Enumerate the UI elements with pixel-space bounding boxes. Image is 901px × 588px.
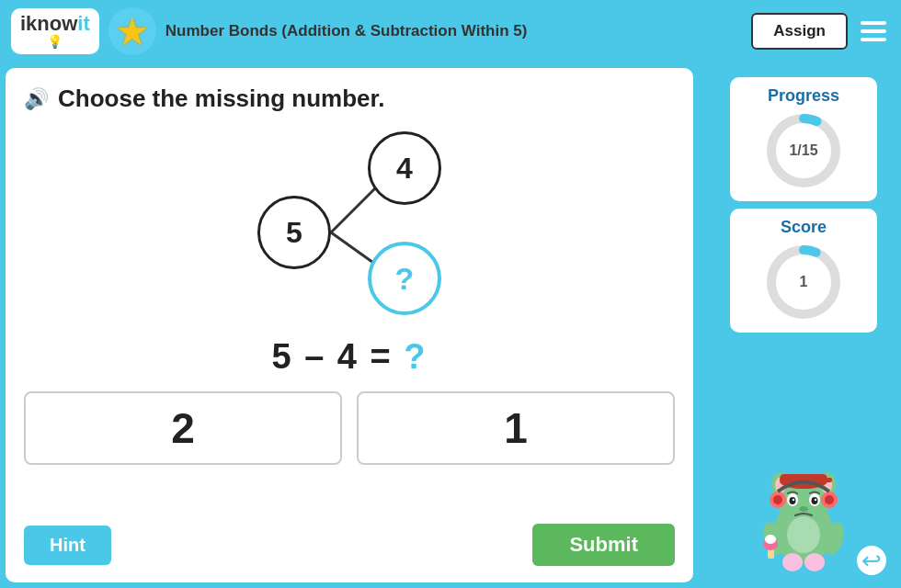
svg-point-29 xyxy=(804,553,825,571)
svg-rect-21 xyxy=(819,478,832,482)
svg-point-25 xyxy=(825,495,834,504)
hamburger-line-1 xyxy=(861,21,886,25)
mascot xyxy=(753,454,854,573)
progress-value: 1/15 xyxy=(789,142,817,159)
bond-diagram: 4 5 ? xyxy=(230,122,469,324)
bottom-bar: Hint Submit xyxy=(24,524,675,566)
mascot-svg xyxy=(753,454,854,573)
header: iknowit 💡 ★ Number Bonds (Addition & Sub… xyxy=(0,0,901,62)
svg-point-17 xyxy=(815,499,816,501)
back-arrow-button[interactable]: ↩ xyxy=(855,544,888,577)
assign-button[interactable]: Assign xyxy=(751,13,848,50)
submit-button[interactable]: Submit xyxy=(532,524,675,566)
progress-gauge: 1/15 xyxy=(762,109,845,192)
equation: 5 – 4 = ? xyxy=(271,337,427,377)
svg-point-14 xyxy=(793,499,794,501)
score-label: Score xyxy=(781,218,827,237)
score-value: 1 xyxy=(800,274,808,290)
progress-gauge-container: Progress 1/15 xyxy=(730,77,877,201)
main-content: 🔊 Choose the missing number. 4 5 ? xyxy=(0,62,901,588)
answer-choices: 2 1 xyxy=(24,391,675,465)
equation-question-mark: ? xyxy=(404,337,427,376)
bond-circle-left: 5 xyxy=(257,196,331,269)
sidebar: Progress 1/15 Score 1 xyxy=(712,68,895,582)
hamburger-menu-button[interactable] xyxy=(857,17,890,45)
logo[interactable]: iknowit 💡 xyxy=(11,8,99,54)
svg-point-16 xyxy=(812,497,818,504)
star-icon: ★ xyxy=(108,7,156,55)
hamburger-line-3 xyxy=(861,38,886,41)
question-panel: 🔊 Choose the missing number. 4 5 ? xyxy=(6,68,693,582)
sound-icon[interactable]: 🔊 xyxy=(24,87,49,111)
svg-point-13 xyxy=(790,497,796,504)
mascot-container xyxy=(753,454,854,573)
panel-separator xyxy=(701,68,704,582)
lesson-title: Number Bonds (Addition & Subtraction Wit… xyxy=(165,22,743,40)
progress-label: Progress xyxy=(768,86,839,106)
hamburger-line-2 xyxy=(861,29,886,33)
svg-point-28 xyxy=(782,553,803,571)
score-gauge: 1 xyxy=(762,241,845,323)
svg-point-33 xyxy=(765,535,776,544)
svg-point-23 xyxy=(773,495,782,504)
equation-text: 5 – 4 = xyxy=(271,337,404,376)
bond-circle-bottom-right: ? xyxy=(368,242,441,315)
svg-point-18 xyxy=(799,506,808,512)
answer-button-1[interactable]: 1 xyxy=(357,391,675,465)
score-gauge-container: Score 1 xyxy=(730,209,877,333)
logo-text: iknowit xyxy=(20,14,90,34)
question-header: 🔊 Choose the missing number. xyxy=(24,85,675,113)
question-instruction: Choose the missing number. xyxy=(58,85,384,113)
answer-button-2[interactable]: 2 xyxy=(24,391,342,465)
logo-bulb: 💡 xyxy=(20,34,90,49)
svg-point-30 xyxy=(787,516,820,553)
hint-button[interactable]: Hint xyxy=(24,526,111,565)
bond-circle-top-right: 4 xyxy=(368,131,441,205)
